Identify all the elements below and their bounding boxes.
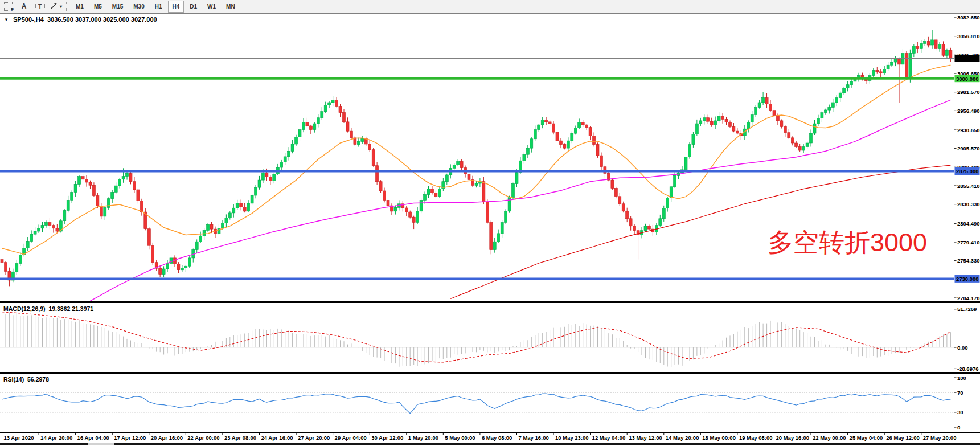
time-tick-label: 29 Apr 04:00 xyxy=(335,435,367,441)
macd-signal-line xyxy=(2,312,951,362)
time-tick-label: 20 Apr 16:00 xyxy=(151,435,183,441)
rsi-tick-label: 30 xyxy=(957,409,963,415)
letter-a-icon: A xyxy=(22,2,27,10)
rsi-value: 56.2978 xyxy=(27,376,49,383)
ohlc-low: 3025.000 xyxy=(103,16,129,23)
boxed-t-icon: T xyxy=(35,2,45,11)
time-tick-label: 12 May 04:00 xyxy=(592,435,626,441)
time-tick-label: 13 Apr 2020 xyxy=(4,435,34,441)
timeframe-button-h1[interactable]: H1 xyxy=(150,1,167,13)
rsi-level-lines xyxy=(0,392,954,412)
timeframe-button-group: M1M5M15M30H1H4D1W1MN xyxy=(71,1,240,13)
time-tick-label: 24 Apr 16:00 xyxy=(261,435,293,441)
rsi-axis: 10070300 xyxy=(954,375,966,431)
time-tick-label: 27 May 20:00 xyxy=(923,435,957,441)
time-tick-label: 23 Apr 08:00 xyxy=(224,435,256,441)
price-tick-label: 2830.330 xyxy=(957,201,980,207)
horizontal-scrollbar[interactable] xyxy=(0,443,980,445)
time-tick-label: 6 May 08:00 xyxy=(482,435,512,441)
chart-shift-grid-icon[interactable]: F xyxy=(1,1,15,12)
time-axis[interactable]: 13 Apr 202014 Apr 20:0016 Apr 04:0017 Ap… xyxy=(2,433,957,441)
price-tick-label: 2855.410 xyxy=(957,183,980,189)
price-tick-label: 3056.810 xyxy=(957,33,980,39)
time-tick-label: 19 May 08:00 xyxy=(739,435,773,441)
grid-f-label: F xyxy=(11,7,14,12)
price-badge-label: 2875.000 xyxy=(956,168,979,174)
rsi-line xyxy=(2,394,951,413)
price-tick-label: 2704.170 xyxy=(957,295,980,301)
time-tick-label: 25 May 04:00 xyxy=(850,435,883,441)
price-badge-label: 3027.000 xyxy=(956,55,979,62)
timeframe-button-m30[interactable]: M30 xyxy=(129,1,149,13)
collapse-triangle-icon[interactable]: ▼ xyxy=(4,17,9,22)
font-tool-icon[interactable]: A xyxy=(17,1,31,12)
mt4-terminal: { "toolbar": { "glyphs": { "f": "F", "a"… xyxy=(0,0,980,446)
timeframe-button-h4[interactable]: H4 xyxy=(168,1,184,13)
time-tick-label: 5 May 00:00 xyxy=(445,435,475,441)
rsi-tick-label: 100 xyxy=(957,375,966,381)
timeframe-button-m1[interactable]: M1 xyxy=(71,1,88,13)
time-tick-label: 14 Apr 20:00 xyxy=(40,435,72,441)
time-tick-label: 26 May 12:00 xyxy=(886,435,920,441)
rsi-tick-label: 0 xyxy=(957,424,960,431)
macd-indicator-label: MACD(12,26,9) 19.3862 21.3971 xyxy=(3,305,93,312)
price-tick-label: 2905.570 xyxy=(957,145,980,152)
time-tick-label: 7 May 16:00 xyxy=(519,435,549,441)
timeframe-button-mn[interactable]: MN xyxy=(222,1,240,13)
price-tick-label: 2956.490 xyxy=(957,108,980,114)
timeframe-button-m5[interactable]: M5 xyxy=(89,1,106,13)
time-tick-label: 17 Apr 12:00 xyxy=(114,435,146,441)
dropdown-arrow-icon[interactable]: ▾ xyxy=(60,4,62,9)
time-tick-label: 1 May 20:00 xyxy=(408,435,438,441)
ohlc-high: 3037.000 xyxy=(75,16,101,23)
price-tick-label: 2804.490 xyxy=(957,220,980,227)
time-tick-label: 22 May 00:00 xyxy=(813,435,846,441)
time-tick-label: 30 Apr 12:00 xyxy=(371,435,403,441)
macd-axis: 51.72690.00-28.6976 xyxy=(954,306,979,372)
macd-name: MACD(12,26,9) xyxy=(3,305,46,312)
toolbar-separator xyxy=(66,2,67,11)
time-tick-label: 10 May 23:00 xyxy=(555,435,589,441)
symbol-period-label: SP500-,H4 xyxy=(13,16,44,23)
timeframe-button-d1[interactable]: D1 xyxy=(185,1,202,13)
price-tick-label: 2981.570 xyxy=(957,89,980,95)
price-tick-label: 2779.410 xyxy=(957,239,980,245)
rsi-indicator-label: RSI(14) 56.2978 xyxy=(3,376,49,383)
time-tick-label: 27 Apr 20:00 xyxy=(298,435,330,441)
rsi-name: RSI(14) xyxy=(3,376,24,383)
price-tick-label: 3082.650 xyxy=(957,14,980,21)
price-badge-label: 3000.000 xyxy=(956,76,979,82)
time-tick-label: 18 May 00:00 xyxy=(702,435,736,441)
time-tick-label: 13 May 12:00 xyxy=(629,435,662,441)
price-tick-label: 2754.330 xyxy=(957,257,980,264)
time-tick-label: 16 Apr 04:00 xyxy=(77,435,109,441)
macd-tick-label: -28.6976 xyxy=(957,366,979,372)
macd-tick-label: 0.00 xyxy=(957,345,968,351)
macd-tick-label: 51.7269 xyxy=(957,306,977,312)
toolbar: F A T ▾ M1M5M15M30H1H4D1W1MN xyxy=(0,0,980,13)
cursor-arrows-tool[interactable]: ▾ xyxy=(49,1,63,12)
ohlc-open: 3036.500 xyxy=(47,16,73,23)
chart-title: ▼ SP500-,H4 3036.500 3037.000 3025.000 3… xyxy=(4,16,157,23)
chinese-annotation-text: 多空转折3000 xyxy=(768,226,927,260)
time-tick-label: 20 May 16:00 xyxy=(776,435,810,441)
price-tick-label: 2930.650 xyxy=(957,127,980,133)
price-badge-label: 2730.000 xyxy=(956,276,979,282)
scrollbar-thumb[interactable] xyxy=(88,443,114,445)
timeframe-button-m15[interactable]: M15 xyxy=(108,1,128,13)
time-tick-label: 22 Apr 00:00 xyxy=(187,435,219,441)
macd-histogram xyxy=(2,313,951,367)
timeframe-button-w1[interactable]: W1 xyxy=(203,1,220,13)
time-tick-label: 14 May 20:00 xyxy=(666,435,699,441)
macd-values: 19.3862 21.3971 xyxy=(48,305,93,312)
text-label-tool-icon[interactable]: T xyxy=(33,1,47,12)
ohlc-close: 3027.000 xyxy=(131,16,157,23)
price-axis[interactable]: 3082.6503056.8103031.7203006.6502981.570… xyxy=(954,14,980,301)
rsi-tick-label: 70 xyxy=(957,390,963,396)
diagonal-arrows-icon xyxy=(50,2,58,10)
